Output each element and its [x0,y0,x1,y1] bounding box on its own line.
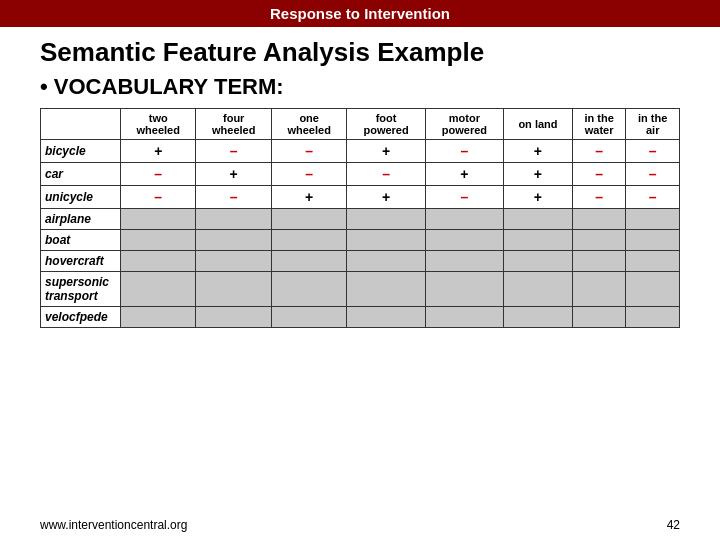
cell-7-3 [347,307,425,328]
col-header-7: in the air [626,109,680,140]
cell-7-6 [572,307,626,328]
cell-5-1 [196,251,271,272]
row-label-4: boat [41,230,121,251]
table-row: airplane [41,209,680,230]
cell-4-2 [271,230,346,251]
cell-4-1 [196,230,271,251]
cell-6-5 [504,272,573,307]
cell-3-2 [271,209,346,230]
table-row: car–+––++–– [41,163,680,186]
col-header-5: on land [504,109,573,140]
cell-1-4: + [425,163,503,186]
semantic-feature-table: two wheeled four wheeled one wheeled foo… [40,108,680,328]
col-header-6: in the water [572,109,626,140]
cell-6-7 [626,272,680,307]
cell-2-0: – [121,186,196,209]
cell-1-0: – [121,163,196,186]
cell-5-0 [121,251,196,272]
table-row: supersonic transport [41,272,680,307]
cell-0-7: – [626,140,680,163]
cell-3-0 [121,209,196,230]
row-label-5: hovercraft [41,251,121,272]
cell-0-5: + [504,140,573,163]
header-bar: Response to Intervention [0,0,720,27]
cell-4-3 [347,230,425,251]
cell-7-7 [626,307,680,328]
cell-3-1 [196,209,271,230]
cell-2-1: – [196,186,271,209]
col-header-4: motor powered [425,109,503,140]
cell-0-6: – [572,140,626,163]
table-row: hovercraft [41,251,680,272]
cell-5-2 [271,251,346,272]
cell-0-4: – [425,140,503,163]
cell-2-4: – [425,186,503,209]
row-label-7: velocfpede [41,307,121,328]
cell-5-6 [572,251,626,272]
cell-0-3: + [347,140,425,163]
cell-4-7 [626,230,680,251]
cell-3-5 [504,209,573,230]
cell-3-7 [626,209,680,230]
cell-2-2: + [271,186,346,209]
footer: www.interventioncentral.org 42 [0,518,720,532]
cell-2-7: – [626,186,680,209]
cell-7-4 [425,307,503,328]
footer-website: www.interventioncentral.org [40,518,187,532]
cell-7-0 [121,307,196,328]
cell-5-7 [626,251,680,272]
cell-3-3 [347,209,425,230]
cell-6-0 [121,272,196,307]
cell-6-1 [196,272,271,307]
row-label-3: airplane [41,209,121,230]
row-label-0: bicycle [41,140,121,163]
vocab-line: • VOCABULARY TERM: [40,74,680,100]
cell-7-1 [196,307,271,328]
cell-1-1: + [196,163,271,186]
cell-2-3: + [347,186,425,209]
cell-0-0: + [121,140,196,163]
cell-2-6: – [572,186,626,209]
cell-5-5 [504,251,573,272]
row-label-6: supersonic transport [41,272,121,307]
page-title: Semantic Feature Analysis Example [40,37,680,68]
cell-1-3: – [347,163,425,186]
cell-1-2: – [271,163,346,186]
col-header-2: one wheeled [271,109,346,140]
cell-0-1: – [196,140,271,163]
cell-6-4 [425,272,503,307]
cell-5-3 [347,251,425,272]
cell-1-5: + [504,163,573,186]
table-row: bicycle+––+–+–– [41,140,680,163]
cell-7-5 [504,307,573,328]
cell-3-4 [425,209,503,230]
table-row: unicycle––++–+–– [41,186,680,209]
row-label-2: unicycle [41,186,121,209]
footer-page-number: 42 [667,518,680,532]
col-header-1: four wheeled [196,109,271,140]
row-label-1: car [41,163,121,186]
cell-3-6 [572,209,626,230]
main-content: Semantic Feature Analysis Example • VOCA… [0,27,720,328]
cell-4-4 [425,230,503,251]
col-header-0: two wheeled [121,109,196,140]
col-header-empty [41,109,121,140]
header-title: Response to Intervention [270,5,450,22]
cell-1-7: – [626,163,680,186]
cell-1-6: – [572,163,626,186]
cell-2-5: + [504,186,573,209]
table-row: boat [41,230,680,251]
cell-6-6 [572,272,626,307]
cell-6-2 [271,272,346,307]
cell-4-6 [572,230,626,251]
table-row: velocfpede [41,307,680,328]
cell-4-5 [504,230,573,251]
cell-5-4 [425,251,503,272]
cell-0-2: – [271,140,346,163]
cell-6-3 [347,272,425,307]
cell-4-0 [121,230,196,251]
cell-7-2 [271,307,346,328]
col-header-3: foot powered [347,109,425,140]
